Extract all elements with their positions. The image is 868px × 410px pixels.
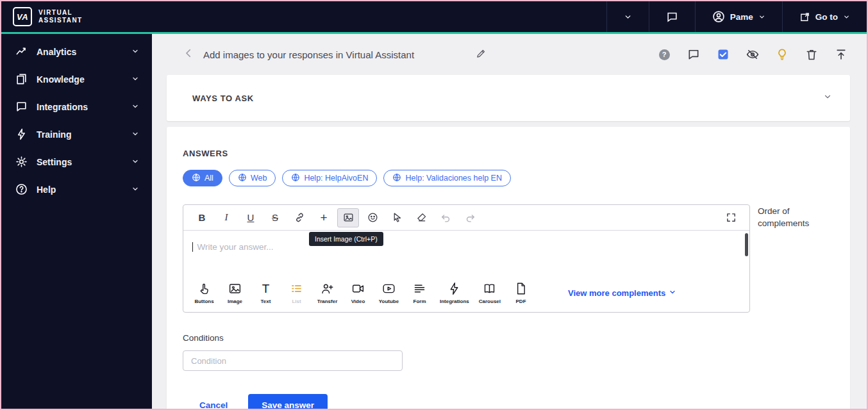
image-icon: [228, 282, 242, 295]
chevron-down-icon: [131, 46, 139, 58]
trash-icon[interactable]: [805, 48, 818, 61]
complement-image[interactable]: Image: [224, 282, 246, 304]
brand: VA VIRTUAL ASSISTANT: [1, 1, 94, 32]
chip-web[interactable]: Web: [229, 170, 276, 186]
complement-text[interactable]: T Text: [255, 282, 276, 304]
pencil-icon[interactable]: [476, 48, 487, 62]
book-icon: [15, 73, 28, 85]
sidebar-item-settings[interactable]: Settings: [1, 148, 152, 176]
undo-icon[interactable]: [435, 208, 456, 227]
goto-label: Go to: [815, 12, 838, 22]
complement-list[interactable]: List: [286, 282, 307, 304]
chevron-down-icon: [624, 13, 632, 21]
italic-button[interactable]: I: [215, 208, 237, 227]
chevron-down-icon: [131, 129, 139, 140]
sidebar-item-training[interactable]: Training: [1, 120, 152, 148]
complement-buttons[interactable]: Buttons: [194, 282, 215, 304]
sidebar-item-help[interactable]: Help: [1, 176, 152, 203]
complement-carousel[interactable]: Carousel: [479, 282, 501, 304]
user-menu[interactable]: Pame: [695, 1, 782, 32]
chat-icon: [15, 101, 28, 113]
carousel-icon: [483, 282, 496, 295]
sidebar-item-integrations[interactable]: Integrations: [1, 93, 152, 120]
hand-click-icon: [197, 282, 211, 295]
back-button[interactable]: [183, 47, 194, 62]
chip-help-validaciones[interactable]: Help: Validaciones help EN: [383, 170, 511, 186]
analytics-icon: [15, 45, 28, 58]
sidebar-item-label: Analytics: [37, 47, 122, 57]
brand-text: VIRTUAL ASSISTANT: [38, 9, 83, 25]
underline-button[interactable]: U: [240, 208, 262, 227]
sidebar-item-label: Knowledge: [37, 74, 122, 85]
help-icon: [15, 183, 28, 195]
lightbulb-icon[interactable]: [776, 48, 789, 61]
pointer-select-button[interactable]: [386, 208, 408, 227]
sidebar-item-label: Integrations: [37, 102, 122, 112]
chevron-down-icon: [131, 74, 139, 85]
answer-editor: B I U S +: [183, 204, 750, 313]
main-content: Add images to your responses in Virtual …: [152, 34, 867, 409]
insert-image-button[interactable]: [337, 208, 359, 227]
chevron-down-icon: [131, 156, 139, 168]
globe-icon: [238, 173, 247, 184]
top-bar: VA VIRTUAL ASSISTANT Pa: [1, 1, 867, 32]
app-window: VA VIRTUAL ASSISTANT Pa: [0, 0, 868, 410]
globe-icon: [291, 173, 300, 184]
sidebar-item-analytics[interactable]: Analytics: [1, 38, 152, 65]
emoji-button[interactable]: [362, 208, 383, 227]
link-button[interactable]: [288, 208, 310, 227]
video-icon: [351, 282, 365, 295]
condition-input[interactable]: [183, 350, 403, 371]
editor-placeholder: Write your answer...: [197, 242, 273, 252]
chevron-down-icon: [758, 13, 765, 20]
user-name: Pame: [730, 12, 753, 22]
fullscreen-icon[interactable]: [720, 208, 742, 227]
va-logo: VA: [13, 7, 32, 26]
eye-off-icon[interactable]: [746, 48, 759, 61]
text-caret: [192, 242, 193, 252]
answers-card: ANSWERS All Web Help: HelpAivoEN: [167, 127, 850, 409]
save-answer-button[interactable]: Save answer: [248, 394, 328, 409]
feedback-button[interactable]: [687, 48, 700, 61]
complement-pdf[interactable]: PDF: [510, 282, 531, 304]
sidebar-item-label: Help: [37, 184, 122, 195]
insert-plus-button[interactable]: +: [313, 208, 335, 227]
audience-chips: All Web Help: HelpAivoEN Help: Validacio…: [183, 170, 835, 186]
bold-button[interactable]: B: [191, 208, 213, 227]
complement-integrations[interactable]: Integrations: [440, 282, 469, 304]
view-more-complements[interactable]: View more complements: [568, 288, 676, 298]
strikethrough-button[interactable]: S: [264, 208, 286, 227]
workspace-dropdown[interactable]: [606, 1, 649, 32]
goto-menu[interactable]: Go to: [782, 1, 867, 32]
order-of-complements-note: Order of complements: [758, 204, 835, 313]
sidebar: Analytics Knowledge Integrations: [1, 34, 152, 409]
chip-all[interactable]: All: [183, 170, 222, 186]
messages-button[interactable]: [649, 1, 695, 32]
eraser-button[interactable]: [410, 208, 432, 227]
user-plus-icon: [321, 282, 334, 295]
form-actions: Cancel Save answer: [183, 394, 835, 409]
cancel-button[interactable]: Cancel: [196, 400, 231, 409]
avatar-icon: [712, 10, 725, 23]
complement-video[interactable]: Video: [347, 282, 369, 304]
editor-textarea[interactable]: Write your answer...: [183, 231, 749, 279]
answers-title: ANSWERS: [183, 149, 835, 158]
complements-bar: Buttons Image T Text: [183, 279, 749, 312]
chevron-down-icon: [131, 184, 139, 195]
complement-form[interactable]: Form: [409, 282, 430, 304]
lightning-icon: [447, 282, 461, 295]
help-button[interactable]: ?: [658, 48, 671, 61]
text-icon: T: [262, 282, 270, 295]
expand-ways-to-ask[interactable]: [823, 92, 832, 104]
upload-top-icon[interactable]: [835, 48, 847, 61]
complement-transfer[interactable]: Transfer: [317, 282, 338, 304]
chip-help-helpaivoen[interactable]: Help: HelpAivoEN: [282, 170, 377, 186]
checkbox-checked-icon[interactable]: [717, 48, 730, 61]
lightning-icon: [15, 128, 28, 140]
sidebar-item-knowledge[interactable]: Knowledge: [1, 65, 152, 93]
conditions-label: Conditions: [183, 333, 835, 343]
redo-icon[interactable]: [459, 208, 481, 227]
list-icon: [290, 282, 303, 295]
chevron-down-icon: [131, 101, 139, 113]
complement-youtube[interactable]: Youtube: [378, 282, 399, 304]
